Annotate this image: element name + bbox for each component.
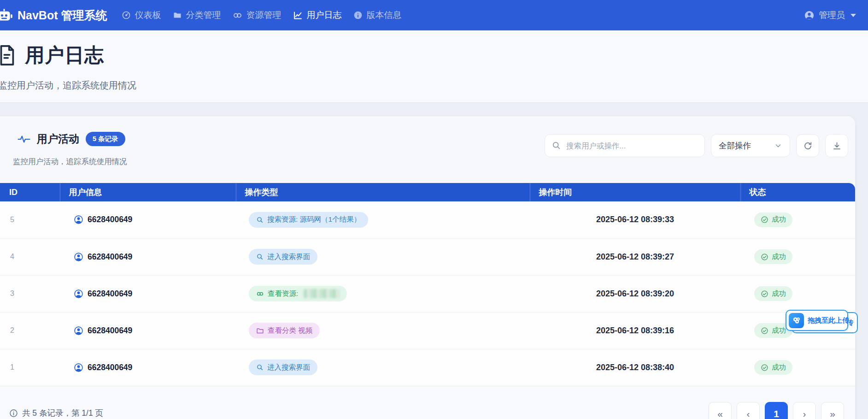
record-summary: 共 5 条记录，第 1/1 页 (9, 407, 103, 419)
action-text: 进入搜索界面 (267, 363, 310, 372)
nav-item-label: 分类管理 (186, 9, 221, 21)
row-id: 2 (0, 312, 60, 349)
refresh-button[interactable] (796, 134, 819, 157)
time-cell: 2025-06-12 08:38:40 (530, 349, 740, 386)
status-badge: 成功 (754, 360, 792, 375)
document-icon (0, 43, 18, 67)
user-cell: 6628400649 (74, 215, 236, 224)
page-header: 用户日志 监控用户活动，追踪系统使用情况 (0, 30, 868, 103)
nav-item-user-logs[interactable]: 用户日志 (293, 9, 341, 21)
action-badge: 进入搜索界面 (249, 360, 317, 375)
user-avatar-icon (74, 215, 83, 224)
status-text: 成功 (772, 326, 786, 336)
action-badge: 搜索资源: 源码网（1个结果） (249, 212, 368, 228)
next-page-button[interactable]: › (793, 402, 816, 419)
col-id: ID (0, 183, 60, 201)
cloud-drive-icon (789, 313, 804, 328)
top-navbar: NavBot 管理系统 仪表板 分类管理 (0, 0, 868, 30)
user-icon (804, 10, 815, 21)
user-id-text: 6628400649 (88, 326, 132, 336)
panel-title: 用户活动 (37, 132, 79, 146)
brand-title: NavBot 管理系统 (18, 8, 107, 23)
action-text: 进入搜索界面 (267, 252, 310, 262)
upload-dropzone[interactable]: 拖拽至此上传 (786, 310, 848, 331)
row-id: 4 (0, 238, 60, 275)
user-avatar-icon (74, 326, 83, 336)
time-cell: 2025-06-12 08:39:16 (530, 312, 740, 349)
download-button[interactable] (825, 134, 848, 157)
user-cell: 6628400649 (74, 289, 236, 299)
col-user: 用户信息 (60, 183, 236, 201)
row-id: 1 (0, 349, 60, 386)
nav-item-categories[interactable]: 分类管理 (173, 9, 221, 21)
nav-item-version[interactable]: 版本信息 (353, 9, 401, 21)
action-filter-select[interactable]: 全部操作 (711, 134, 790, 157)
panel-controls: 全部操作 (545, 134, 848, 157)
first-page-button[interactable]: « (709, 402, 732, 419)
page-1-button[interactable]: 1 (765, 402, 788, 419)
table-row: 4 6628400649 进入搜索界面 2025-06-12 08:39:27 … (0, 238, 855, 275)
search-input[interactable] (545, 134, 705, 157)
status-text: 成功 (772, 215, 786, 224)
nav-menu: 仪表板 分类管理 资源管理 用户日志 (122, 9, 401, 21)
action-badge: 查看资源: (249, 286, 347, 301)
page-subtitle: 监控用户活动，追踪系统使用情况 (0, 79, 136, 92)
user-menu[interactable]: 管理员 (804, 9, 856, 21)
table-row: 3 6628400649 查看资源: 2025-06-12 08:39:20 成… (0, 275, 855, 312)
status-text: 成功 (772, 289, 786, 299)
search-icon (256, 253, 264, 260)
row-id: 3 (0, 275, 60, 312)
brand[interactable]: NavBot 管理系统 (0, 6, 107, 24)
prev-page-button[interactable]: ‹ (737, 402, 760, 419)
col-action: 操作类型 (236, 183, 530, 201)
nav-item-label: 仪表板 (135, 9, 161, 21)
col-time: 操作时间 (530, 183, 740, 201)
action-text: 查看资源: (268, 289, 298, 299)
user-id-text: 6628400649 (88, 215, 132, 224)
nav-item-dashboard[interactable]: 仪表板 (122, 9, 161, 21)
folder-icon (256, 327, 264, 335)
check-circle-icon (761, 290, 768, 298)
link-icon (256, 290, 264, 298)
nav-item-label: 用户日志 (306, 9, 341, 21)
download-icon (832, 141, 842, 151)
panel-subtitle: 监控用户活动，追踪系统使用情况 (13, 157, 127, 167)
user-id-text: 6628400649 (88, 363, 132, 372)
check-circle-icon (761, 216, 768, 224)
refresh-icon (803, 141, 813, 151)
status-text: 成功 (772, 363, 786, 372)
robot-icon (0, 6, 13, 24)
time-cell: 2025-06-12 08:39:27 (530, 238, 740, 275)
page-title: 用户日志 (25, 42, 104, 68)
row-id: 5 (0, 201, 60, 238)
chevron-down-icon (774, 142, 782, 150)
user-avatar-icon (74, 289, 83, 299)
search-box (545, 134, 705, 157)
info-icon (9, 409, 18, 418)
check-circle-icon (761, 327, 768, 335)
col-status: 状态 (740, 183, 855, 201)
check-circle-icon (761, 364, 768, 372)
status-badge: 成功 (754, 212, 792, 227)
search-icon (256, 216, 264, 224)
table-row: 5 6628400649 搜索资源: 源码网（1个结果） 2025-06-12 … (0, 201, 855, 238)
table-row: 1 6628400649 进入搜索界面 2025-06-12 08:38:40 … (0, 349, 855, 386)
panel-header: 用户活动 5 条记录 监控用户活动，追踪系统使用情况 全部操作 (0, 116, 855, 183)
nav-item-resources[interactable]: 资源管理 (233, 9, 281, 21)
nav-item-label: 资源管理 (246, 9, 281, 21)
chart-icon (293, 11, 303, 20)
table-header-row: ID 用户信息 操作类型 操作时间 状态 (0, 183, 855, 201)
pagination: « ‹ 1 › » (709, 402, 844, 419)
record-count-badge: 5 条记录 (86, 132, 125, 146)
last-page-button[interactable]: » (821, 402, 844, 419)
redacted-resource-name (304, 289, 340, 298)
nav-item-label: 版本信息 (366, 9, 401, 21)
summary-text: 共 5 条记录，第 1/1 页 (22, 407, 103, 419)
info-icon (353, 11, 363, 20)
action-badge: 查看分类 视频 (249, 323, 320, 338)
action-text: 查看分类 视频 (268, 326, 312, 336)
pulse-icon (18, 135, 30, 144)
user-cell: 6628400649 (74, 363, 236, 372)
table-row: 2 6628400649 查看分类 视频 2025-06-12 08:39:16… (0, 312, 855, 349)
search-icon (256, 364, 264, 371)
